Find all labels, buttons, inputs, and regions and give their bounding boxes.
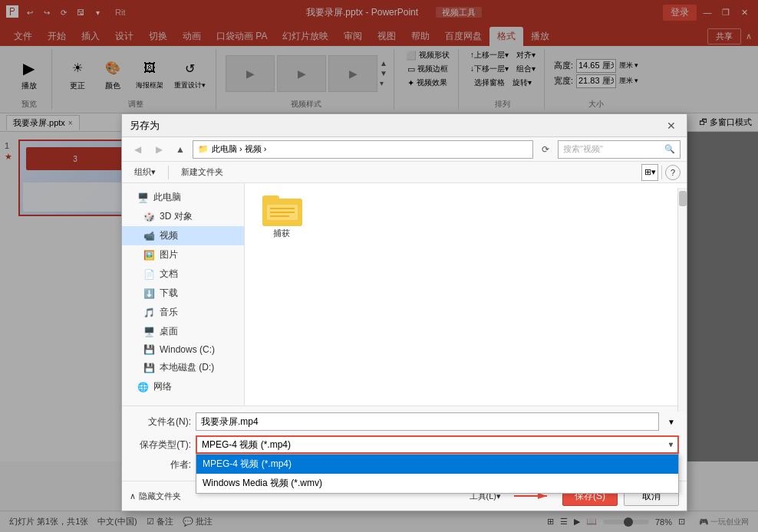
filetype-label: 保存类型(T):: [130, 438, 191, 452]
sidebar-item-cdrive[interactable]: 💾 Windows (C:): [122, 341, 244, 358]
docs-label: 文档: [160, 268, 178, 281]
search-icon: 🔍: [664, 144, 675, 154]
toolbar-sep-1: [168, 166, 169, 179]
folder-svg: [262, 192, 302, 226]
nav-up-button[interactable]: ▲: [171, 140, 190, 159]
filename-input[interactable]: [196, 412, 659, 431]
filename-label: 文件名(N):: [130, 415, 191, 429]
sidebar-item-pc[interactable]: 🖥️ 此电脑: [122, 188, 244, 207]
nav-back-button[interactable]: ◀: [128, 140, 147, 159]
video-icon: 📹: [143, 231, 155, 241]
cdrive-label: Windows (C:): [160, 344, 215, 355]
folder-item-capture[interactable]: 捕获: [251, 189, 312, 242]
sidebar-item-desktop[interactable]: 🖥️ 桌面: [122, 322, 244, 341]
folder-name: 捕获: [273, 228, 290, 239]
dialog-main: 捕获: [245, 183, 687, 406]
filetype-row: 保存类型(T): MPEG-4 视频 (*.mp4) ▼ MPEG-4 视频 (…: [130, 435, 679, 454]
search-placeholder: 搜索"视频": [563, 143, 603, 155]
pictures-label: 图片: [160, 248, 178, 261]
sidebar-item-3d[interactable]: 🎲 3D 对象: [122, 207, 244, 226]
dialog-title: 另存为: [130, 119, 160, 133]
view-toggle-btn[interactable]: ⊞▾: [641, 164, 658, 181]
nav-refresh-button[interactable]: ⟳: [536, 140, 555, 159]
dialog-title-bar: 另存为 ✕: [122, 114, 687, 137]
downloads-label: 下载: [160, 287, 178, 300]
path-text: 此电脑 › 视频 ›: [212, 143, 267, 155]
music-label: 音乐: [160, 306, 178, 319]
dialog-nav: ◀ ▶ ▲ 📁 此电脑 › 视频 › ⟳ 搜索"视频" 🔍: [122, 137, 687, 162]
dialog-close-button[interactable]: ✕: [664, 118, 679, 133]
sidebar-item-network[interactable]: 🌐 网络: [122, 377, 244, 396]
path-icon: 📁: [198, 144, 209, 154]
pc-icon: 🖥️: [137, 192, 149, 203]
sidebar-item-downloads[interactable]: ⬇️ 下载: [122, 284, 244, 303]
path-bar[interactable]: 📁 此电脑 › 视频 ›: [193, 140, 533, 159]
hide-folders-text: 隐藏文件夹: [139, 491, 181, 502]
dropdown-option-wmv[interactable]: Windows Media 视频 (*.wmv): [196, 474, 678, 493]
ddrive-icon: 💾: [143, 363, 155, 373]
dialog-overlay: 另存为 ✕ ◀ ▶ ▲ 📁 此电脑 › 视频 › ⟳ 搜索"视频" 🔍 组织▾ …: [0, 0, 758, 532]
hide-folders-link[interactable]: ∧ 隐藏文件夹: [130, 491, 181, 502]
sidebar-item-video[interactable]: 📹 视频: [122, 226, 244, 245]
new-folder-btn[interactable]: 新建文件夹: [175, 165, 229, 179]
search-bar[interactable]: 搜索"视频" 🔍: [558, 140, 681, 159]
filetype-select[interactable]: MPEG-4 视频 (*.mp4): [196, 435, 679, 454]
sidebar-item-music[interactable]: 🎵 音乐: [122, 303, 244, 322]
help-btn[interactable]: ?: [665, 165, 681, 180]
sidebar-item-ddrive[interactable]: 💾 本地磁盘 (D:): [122, 358, 244, 377]
organize-btn[interactable]: 组织▾: [128, 165, 162, 179]
music-icon: 🎵: [143, 307, 155, 318]
network-icon: 🌐: [137, 382, 149, 392]
filetype-value: MPEG-4 视频 (*.mp4): [202, 438, 291, 452]
desktop-icon: 🖥️: [143, 327, 155, 337]
desktop-label: 桌面: [160, 325, 178, 338]
folder-icon-big: [262, 192, 301, 225]
author-label: 作者:: [130, 458, 191, 471]
filetype-select-wrapper: MPEG-4 视频 (*.mp4) ▼ MPEG-4 视频 (*.mp4) Wi…: [196, 435, 679, 454]
downloads-icon: ⬇️: [143, 288, 155, 299]
filetype-dropdown: MPEG-4 视频 (*.mp4) Windows Media 视频 (*.wm…: [196, 454, 679, 494]
pictures-icon: 🖼️: [143, 250, 155, 261]
toolbar-sep-2: [661, 166, 662, 179]
video-label: 视频: [160, 229, 178, 242]
ddrive-label: 本地磁盘 (D:): [160, 361, 214, 374]
dropdown-option-mp4[interactable]: MPEG-4 视频 (*.mp4): [196, 455, 678, 474]
3d-label: 3D 对象: [160, 210, 193, 223]
network-label: 网络: [153, 380, 172, 393]
filename-dropdown-btn[interactable]: ▼: [664, 418, 679, 426]
svg-rect-1: [262, 195, 279, 205]
dialog-sidebar: 🖥️ 此电脑 🎲 3D 对象 📹 视频 🖼️ 图片 📄 文档: [122, 183, 245, 406]
main-scroll: [677, 189, 687, 412]
nav-forward-button[interactable]: ▶: [150, 140, 168, 159]
dialog-body: 🖥️ 此电脑 🎲 3D 对象 📹 视频 🖼️ 图片 📄 文档: [122, 183, 687, 406]
pc-label: 此电脑: [153, 191, 181, 204]
3d-icon: 🎲: [143, 212, 155, 222]
dialog-toolbar: 组织▾ 新建文件夹 ⊞▾ ?: [122, 162, 687, 183]
filename-row: 文件名(N): ▼: [130, 412, 679, 431]
hide-folders-icon: ∧: [130, 491, 136, 501]
cdrive-icon: 💾: [143, 344, 155, 355]
dialog-bottom: 文件名(N): ▼ 保存类型(T): MPEG-4 视频 (*.mp4) ▼ M…: [122, 406, 687, 481]
view-toggle-area: ⊞▾ ?: [641, 164, 681, 181]
sidebar-item-docs[interactable]: 📄 文档: [122, 264, 244, 284]
docs-icon: 📄: [143, 269, 155, 280]
sidebar-item-pictures[interactable]: 🖼️ 图片: [122, 245, 244, 264]
main-scrollbar-thumb[interactable]: [679, 191, 687, 206]
save-as-dialog: 另存为 ✕ ◀ ▶ ▲ 📁 此电脑 › 视频 › ⟳ 搜索"视频" 🔍 组织▾ …: [121, 113, 687, 511]
